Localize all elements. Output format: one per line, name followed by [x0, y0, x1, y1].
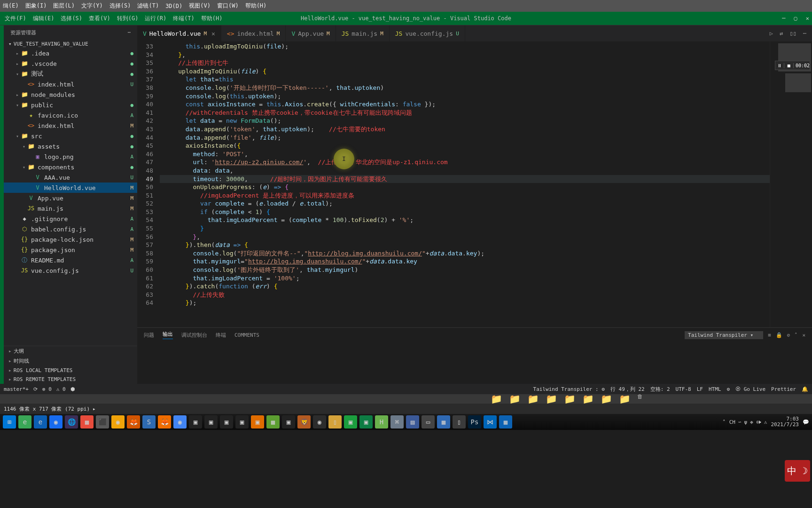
tree-item[interactable]: ▾ 📁 测试 ● [4, 69, 137, 79]
taskbar-app-icon[interactable]: ▦ [266, 415, 280, 429]
tree-item[interactable]: V AAA.vue U [4, 172, 137, 183]
tray-chevron-icon[interactable]: ˄ [723, 419, 726, 425]
ps-menu-item[interactable]: 3D(D) [165, 3, 182, 9]
eol[interactable]: LF [697, 386, 703, 392]
more-icon[interactable]: ⋯ [127, 29, 131, 36]
panel-tab[interactable]: 问题 [144, 332, 154, 339]
panel-tab[interactable]: 调试控制台 [181, 332, 207, 339]
tray-icon[interactable]: 🕪 [756, 419, 761, 425]
editor-tab[interactable]: <> index.html M [221, 25, 286, 41]
taskbar-app-icon[interactable]: 🦊 [127, 415, 140, 429]
tree-item[interactable]: <> index.html M [4, 120, 137, 131]
taskbar-app-icon[interactable]: Ps [468, 415, 481, 429]
sidebar-section[interactable]: 大纲 [4, 346, 137, 356]
taskbar-app-icon[interactable]: 🌐 [65, 415, 78, 429]
taskbar-app-icon[interactable]: ▣ [344, 415, 357, 429]
encoding[interactable]: UTF-8 [676, 386, 691, 392]
taskbar-app-icon[interactable]: ▣ [359, 415, 373, 429]
taskbar-app-icon[interactable]: ⋈ [484, 415, 497, 429]
taskbar-app-icon[interactable]: ▣ [204, 415, 218, 429]
ps-menu-item[interactable]: 视图(V) [189, 2, 211, 10]
git-branch[interactable]: master*+ [4, 386, 29, 392]
minimap[interactable] [770, 41, 812, 327]
ps-menu-item[interactable]: 窗口(W) [217, 2, 239, 10]
tray-icon[interactable]: ψ [744, 419, 748, 425]
ps-menu-item[interactable]: 图象(I) [25, 2, 47, 10]
taskbar-app-icon[interactable]: ▤ [406, 415, 419, 429]
taskbar-app-icon[interactable]: 🦁 [297, 415, 311, 429]
go-live[interactable]: ⦿ Go Live [735, 386, 765, 392]
editor-tab[interactable]: JS vue.config.js U [390, 25, 465, 41]
list-icon[interactable]: ≡ [768, 332, 771, 338]
language-mode[interactable]: HTML [709, 386, 721, 392]
explorer-root[interactable]: VUE_TEST_HAVING_NO_VALUE [4, 40, 137, 48]
taskbar-app-icon[interactable]: e [18, 415, 31, 429]
split-icon[interactable]: ▯▯ [789, 30, 796, 37]
vsc-menu-item[interactable]: 选择(S) [61, 15, 82, 23]
taskbar-app-icon[interactable]: ⬛ [96, 415, 109, 429]
tree-item[interactable]: ▾ 📁 public ● [4, 100, 137, 110]
ps-menu-item[interactable]: 缉(E) [3, 2, 19, 10]
vsc-menu-item[interactable]: 查看(V) [89, 15, 110, 23]
taskbar-app-icon[interactable]: ▯ [328, 415, 342, 429]
vsc-menu-item[interactable]: 文件(F) [5, 15, 26, 23]
tree-item[interactable]: JS main.js M [4, 203, 137, 214]
code-content[interactable]: this.uploadImgToQiniu(file); }, //上传图片到七… [160, 41, 812, 327]
taskbar-app-icon[interactable]: e [34, 415, 47, 429]
prettier-status[interactable]: Prettier [771, 386, 796, 392]
taskbar-app-icon[interactable]: ◉ [111, 415, 125, 429]
tree-item[interactable]: ▾ 📁 src ● [4, 131, 137, 141]
tree-item[interactable]: ⓘ README.md A [4, 255, 137, 265]
warnings-count[interactable]: ⚠ 0 [56, 386, 66, 392]
ime-badge[interactable]: 中 ☽ [785, 460, 810, 482]
tray-icon[interactable]: ⚠ [764, 419, 767, 425]
tree-item[interactable]: ▣ logo.png A [4, 151, 137, 162]
taskbar-app-icon[interactable]: ◉ [173, 415, 187, 429]
sidebar-section[interactable]: 时间线 [4, 356, 137, 366]
tree-item[interactable]: JS vue.config.js U [4, 265, 137, 276]
tree-item[interactable]: ▾ 📁 assets ● [4, 141, 137, 151]
tray-icon[interactable]: ∽ [738, 419, 742, 425]
errors-count[interactable]: ⊗ 0 [42, 386, 52, 392]
vsc-menu-item[interactable]: 终端(T) [173, 15, 195, 23]
pause-icon[interactable]: ⏸ [775, 63, 784, 68]
tree-item[interactable]: V HelloWorld.vue M [4, 183, 137, 193]
tree-item[interactable]: {} package.json M [4, 245, 137, 255]
editor-tab[interactable]: JS main.js M [336, 25, 390, 41]
clock[interactable]: 7:03 2021/7/23 [771, 416, 799, 428]
taskbar-app-icon[interactable]: ⊞ [3, 415, 16, 429]
bell-icon[interactable]: 🔔 [802, 386, 808, 392]
notifications-icon[interactable]: 💬 [803, 419, 809, 425]
panel-tab[interactable]: 输出 [163, 331, 173, 339]
output-channel-select[interactable]: Tailwind Transpiler ▾ [685, 331, 763, 339]
ps-menu-item[interactable]: 文字(Y) [81, 2, 103, 10]
minimize-icon[interactable]: ─ [782, 15, 785, 22]
tree-item[interactable]: ▸ 📁 .vscode ● [4, 58, 137, 69]
ps-menu-item[interactable]: 滤镜(T) [137, 2, 159, 10]
ros-icon[interactable]: ⬢ [70, 386, 75, 392]
taskbar-app-icon[interactable]: ▣ [251, 415, 264, 429]
editor-tab[interactable]: V HelloWorld.vue M ✕ [137, 25, 221, 41]
tree-item[interactable]: ◆ .gitignore A [4, 214, 137, 224]
panel-tab[interactable]: COMMENTS [234, 332, 259, 338]
taskbar-app-icon[interactable]: H [375, 415, 388, 429]
tree-item[interactable]: ▸ 📁 .idea ● [4, 48, 137, 58]
line-column[interactable]: 行 49，列 22 [610, 386, 645, 393]
taskbar-app-icon[interactable]: ▦ [499, 415, 512, 429]
stop-icon[interactable]: ■ [784, 63, 793, 68]
more-icon[interactable]: ⋯ [803, 30, 806, 37]
tree-item[interactable]: <> index.html U [4, 79, 137, 89]
transpiler-status[interactable]: Tailwind Transpiler : ⚙ [533, 386, 605, 392]
tree-item[interactable]: V App.vue M [4, 193, 137, 203]
maximize-icon[interactable]: ▢ [794, 15, 797, 22]
lock-icon[interactable]: 🔒 [776, 332, 782, 338]
sync-icon[interactable]: ⟳ [33, 386, 38, 392]
panel-close-icon[interactable]: ✕ [802, 332, 805, 338]
panel-tab[interactable]: 终端 [216, 332, 226, 339]
vsc-menu-item[interactable]: 运行(R) [145, 15, 166, 23]
clear-icon[interactable]: ⊘ [787, 332, 790, 338]
vsc-menu-item[interactable]: 编辑(E) [33, 15, 55, 23]
close-icon[interactable]: ✕ [806, 15, 809, 22]
tree-item[interactable]: ★ favicon.ico A [4, 110, 137, 120]
taskbar-app-icon[interactable]: S [142, 415, 156, 429]
